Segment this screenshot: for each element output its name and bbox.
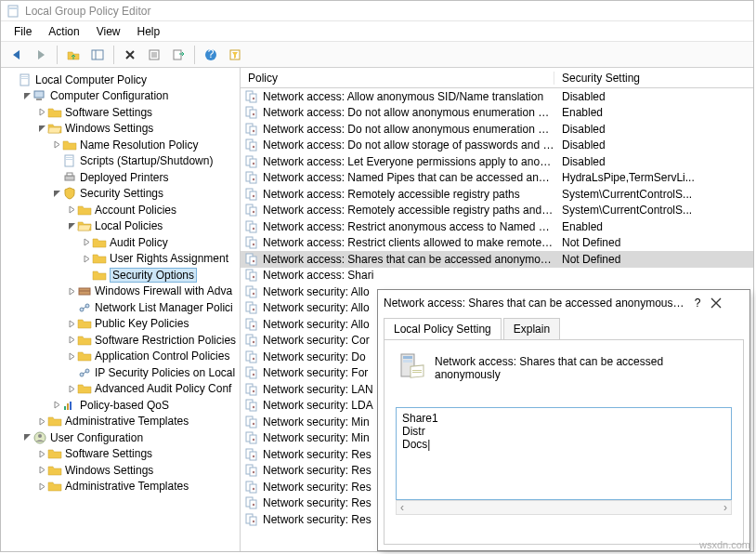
chevron-right-icon[interactable] — [36, 107, 47, 118]
chevron-down-icon[interactable] — [21, 432, 33, 443]
tree-item[interactable]: Software Restriction Policies — [3, 332, 238, 349]
policy-row[interactable]: Network access: Shari — [241, 268, 753, 284]
tree-item[interactable]: Windows Settings — [3, 462, 238, 479]
tree-item[interactable]: Policy-based QoS — [3, 397, 238, 414]
tree-item[interactable]: Security Options — [3, 267, 238, 284]
twisty-none — [66, 367, 77, 378]
help-icon[interactable]: ? — [684, 297, 710, 310]
back-button[interactable] — [7, 45, 27, 65]
chevron-right-icon[interactable] — [66, 383, 77, 394]
svg-rect-121 — [412, 372, 422, 373]
policy-icon — [244, 155, 259, 168]
policy-row[interactable]: Network access: Remotely accessible regi… — [241, 203, 753, 219]
show-hide-tree-button[interactable] — [87, 45, 108, 65]
tab-explain[interactable]: Explain — [503, 318, 560, 339]
tree-item[interactable]: Name Resolution Policy — [3, 137, 238, 153]
properties-dialog: Network access: Shares that can be acces… — [377, 289, 750, 551]
chevron-down-icon[interactable] — [21, 90, 33, 101]
chevron-down-icon[interactable] — [66, 220, 77, 231]
tree-item[interactable]: Software Settings — [3, 446, 238, 463]
tree-item[interactable]: Local Policies — [3, 218, 238, 235]
svg-rect-8 — [174, 50, 181, 59]
dialog-heading: Network access: Shares that can be acces… — [435, 351, 732, 381]
export-button[interactable] — [168, 45, 189, 65]
forward-button[interactable] — [31, 45, 51, 65]
tab-local-policy[interactable]: Local Policy Setting — [384, 318, 502, 339]
tree-item[interactable]: Account Policies — [3, 202, 238, 218]
chevron-right-icon[interactable] — [66, 204, 77, 216]
tree-item-label: Network List Manager Polici — [95, 301, 233, 314]
column-policy[interactable]: Policy — [241, 72, 554, 85]
chevron-down-icon[interactable] — [36, 123, 47, 134]
chevron-right-icon[interactable] — [51, 400, 62, 411]
svg-rect-117 — [403, 356, 412, 359]
chevron-right-icon[interactable] — [66, 335, 77, 346]
shares-textarea[interactable] — [396, 407, 732, 500]
policy-row[interactable]: Network access: Do not allow storage of … — [241, 138, 753, 154]
policy-row[interactable]: Network access: Allow anonymous SID/Name… — [241, 88, 753, 105]
chevron-right-icon[interactable] — [36, 465, 47, 476]
chevron-right-icon[interactable] — [81, 253, 92, 264]
menu-view[interactable]: View — [89, 23, 128, 40]
tree-item[interactable]: Administrative Templates — [3, 479, 238, 495]
tree-item[interactable]: Windows Firewall with Adva — [3, 284, 238, 300]
menu-action[interactable]: Action — [41, 23, 86, 40]
tree-item[interactable]: Local Computer Policy — [3, 72, 238, 88]
filter-button[interactable] — [225, 45, 245, 65]
tree-item[interactable]: Scripts (Startup/Shutdown) — [3, 153, 238, 170]
horiz-scrollbar[interactable]: ‹› — [396, 500, 732, 515]
tree-item[interactable]: User Rights Assignment — [3, 251, 238, 268]
tree-item[interactable]: Advanced Audit Policy Conf — [3, 381, 238, 398]
menu-file[interactable]: File — [7, 23, 39, 40]
column-header[interactable]: Policy Security Setting — [241, 68, 753, 88]
tree-item[interactable]: Security Settings — [3, 186, 238, 203]
svg-rect-16 — [36, 99, 42, 100]
chevron-down-icon[interactable] — [51, 188, 62, 199]
help-button[interactable]: ? — [201, 45, 221, 65]
delete-button[interactable] — [120, 45, 140, 65]
chevron-right-icon[interactable] — [81, 237, 92, 248]
policy-name: Network access: Restrict anonymous acces… — [263, 220, 554, 233]
policy-row[interactable]: Network access: Remotely accessible regi… — [241, 186, 753, 203]
policy-name: Network access: Allow anonymous SID/Name… — [263, 90, 554, 103]
folderClosed-icon — [77, 334, 92, 347]
tree-pane[interactable]: Local Computer PolicyComputer Configurat… — [1, 68, 241, 551]
tree-item-label: Local Computer Policy — [35, 73, 147, 86]
chevron-right-icon[interactable] — [66, 350, 77, 362]
close-icon[interactable] — [710, 297, 744, 309]
tree-item[interactable]: Computer Configuration — [3, 88, 238, 105]
tree-item[interactable]: Public Key Policies — [3, 316, 238, 333]
chevron-right-icon[interactable] — [51, 139, 62, 151]
chevron-right-icon[interactable] — [36, 448, 47, 459]
tree-item[interactable]: Network List Manager Polici — [3, 299, 238, 316]
policy-row[interactable]: Network access: Restrict clients allowed… — [241, 235, 753, 252]
chevron-right-icon[interactable] — [66, 318, 77, 329]
policy-name: Network access: Let Everyone permissions… — [263, 155, 554, 168]
tree-item[interactable]: Deployed Printers — [3, 169, 238, 186]
column-setting[interactable]: Security Setting — [554, 72, 753, 85]
properties-button[interactable] — [144, 45, 164, 65]
policy-row[interactable]: Network access: Do not allow anonymous e… — [241, 105, 753, 122]
tree-item[interactable]: Administrative Templates — [3, 414, 238, 430]
policy-row[interactable]: Network access: Restrict anonymous acces… — [241, 218, 753, 235]
tree-item-label: IP Security Policies on Local — [95, 366, 235, 379]
menu-help[interactable]: Help — [130, 23, 168, 40]
policy-name: Network access: Named Pipes that can be … — [263, 171, 554, 184]
tree-item[interactable]: IP Security Policies on Local — [3, 364, 238, 381]
up-button[interactable] — [63, 45, 84, 65]
policy-row[interactable]: Network access: Do not allow anonymous e… — [241, 121, 753, 138]
chevron-right-icon[interactable] — [66, 285, 77, 297]
chevron-right-icon[interactable] — [36, 481, 47, 492]
tree-item[interactable]: Software Settings — [3, 104, 238, 121]
tree-item[interactable]: Application Control Policies — [3, 349, 238, 365]
tree-item[interactable]: Windows Settings — [3, 121, 238, 138]
policy-row[interactable]: Network access: Let Everyone permissions… — [241, 153, 753, 170]
tree-item[interactable]: Audit Policy — [3, 234, 238, 251]
svg-rect-2 — [92, 50, 103, 59]
dialog-title: Network access: Shares that can be acces… — [384, 297, 684, 310]
policy-row[interactable]: Network access: Named Pipes that can be … — [241, 170, 753, 187]
tree-item[interactable]: User Configuration — [3, 429, 238, 446]
chevron-right-icon[interactable] — [36, 416, 47, 427]
dialog-titlebar[interactable]: Network access: Shares that can be acces… — [378, 290, 749, 316]
policy-row[interactable]: Network access: Shares that can be acces… — [241, 251, 753, 268]
